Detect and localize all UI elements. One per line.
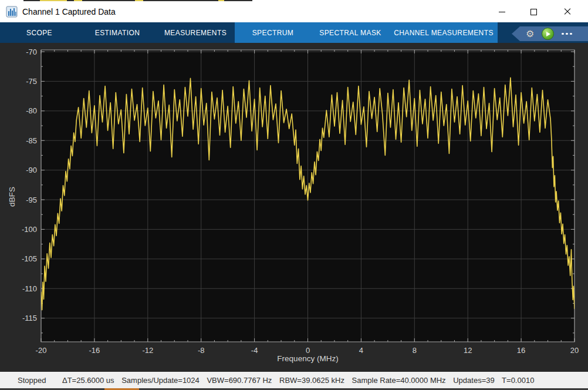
status-vbw: VBW=690.7767 Hz — [207, 376, 272, 385]
svg-text:-100: -100 — [22, 225, 37, 234]
svg-text:16: 16 — [517, 346, 525, 355]
svg-text:-8: -8 — [198, 346, 205, 355]
close-icon — [564, 8, 571, 15]
maximize-icon — [530, 9, 537, 15]
gear-icon[interactable]: ⚙ — [526, 29, 534, 39]
tab-scope[interactable]: SCOPE — [0, 22, 79, 43]
status-updates: Updates=39 — [453, 376, 494, 385]
status-time: T=0.0010 — [502, 376, 534, 385]
toolstrip: SCOPE ESTIMATION MEASUREMENTS SPECTRUM S… — [0, 22, 588, 43]
tab-spectral-mask[interactable]: SPECTRAL MASK — [311, 22, 390, 43]
spectrum-plot-svg[interactable]: -20-16-12-8-4048121620-70-75-80-85-90-95… — [0, 43, 588, 372]
more-options-button[interactable] — [562, 33, 572, 35]
close-button[interactable] — [552, 1, 583, 22]
x-axis-label: Frequency (MHz) — [0, 354, 588, 363]
tab-measurements[interactable]: MEASUREMENTS — [156, 22, 235, 43]
quick-access-banner: ⚙ — [512, 26, 588, 41]
svg-text:-85: -85 — [26, 136, 37, 145]
svg-text:-12: -12 — [142, 346, 153, 355]
minimize-button[interactable] — [488, 1, 515, 22]
run-button[interactable] — [542, 28, 554, 40]
svg-text:8: 8 — [413, 346, 417, 355]
window-top-border — [0, 0, 588, 1]
svg-text:-70: -70 — [26, 48, 37, 56]
play-icon — [546, 32, 550, 36]
svg-text:20: 20 — [570, 346, 579, 355]
status-sample-rate: Sample Rate=40.0000 MHz — [352, 376, 446, 385]
tab-estimation[interactable]: ESTIMATION — [79, 22, 156, 43]
svg-text:-4: -4 — [251, 346, 258, 355]
status-bar: Stopped ΔT=25.6000 us Samples/Update=102… — [0, 372, 588, 388]
minimize-icon — [499, 12, 505, 12]
scope-app-icon — [6, 6, 18, 18]
status-delta-t: ΔT=25.6000 us — [62, 376, 114, 385]
svg-text:-95: -95 — [26, 196, 37, 204]
svg-text:-20: -20 — [36, 346, 47, 355]
contextual-tab-group: SPECTRUM SPECTRAL MASK CHANNEL MEASUREME… — [235, 22, 498, 43]
maximize-button[interactable] — [520, 1, 547, 22]
svg-text:-16: -16 — [89, 346, 100, 355]
status-rbw: RBW=39.0625 kHz — [279, 376, 344, 385]
svg-text:-80: -80 — [26, 106, 37, 115]
status-samples-per-update: Samples/Update=1024 — [121, 376, 200, 385]
svg-text:-90: -90 — [26, 166, 37, 174]
spectrum-analyzer-window: Channel 1 Captured Data SCOPE ESTIMATION… — [0, 0, 588, 390]
svg-text:4: 4 — [359, 346, 363, 355]
svg-text:-105: -105 — [22, 254, 37, 263]
tab-spectrum[interactable]: SPECTRUM — [235, 22, 311, 43]
plot-region: -20-16-12-8-4048121620-70-75-80-85-90-95… — [0, 43, 588, 372]
svg-text:0: 0 — [306, 346, 310, 355]
titlebar[interactable]: Channel 1 Captured Data — [0, 1, 588, 22]
tab-channel-measurements[interactable]: CHANNEL MEASUREMENTS — [390, 22, 498, 43]
status-state: Stopped — [18, 376, 62, 385]
svg-text:12: 12 — [464, 346, 472, 355]
svg-text:-115: -115 — [22, 314, 37, 322]
svg-text:-110: -110 — [22, 284, 37, 293]
window-title: Channel 1 Captured Data — [22, 7, 116, 16]
status-items: ΔT=25.6000 us Samples/Update=1024 VBW=69… — [62, 376, 539, 385]
svg-text:-75: -75 — [26, 77, 37, 86]
y-axis-label: dBFS — [8, 187, 16, 207]
